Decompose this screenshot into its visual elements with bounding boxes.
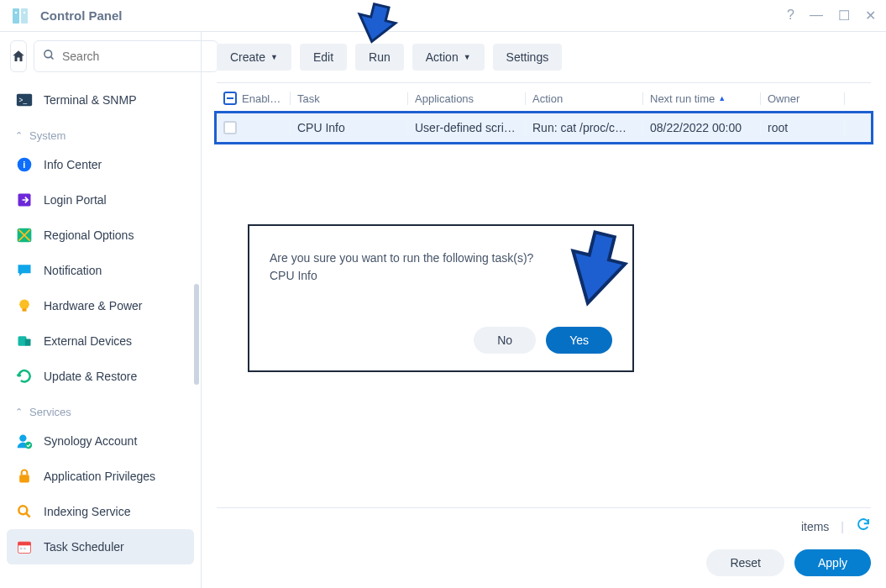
caret-down-icon: ▼ xyxy=(270,53,278,61)
info-icon: i xyxy=(15,155,34,174)
devices-icon xyxy=(15,332,34,350)
apply-button[interactable]: Apply xyxy=(794,549,871,576)
col-action[interactable]: Action xyxy=(526,92,643,105)
svg-rect-22 xyxy=(18,542,31,545)
search-input[interactable] xyxy=(62,50,209,63)
cell-apps: User-defined scri… xyxy=(408,121,526,134)
sidebar-item-label: Login Portal xyxy=(44,193,107,207)
svg-rect-15 xyxy=(25,339,31,346)
svg-text:>_: >_ xyxy=(19,97,28,104)
col-apps[interactable]: Applications xyxy=(408,92,526,105)
sidebar-item-regional[interactable]: Regional Options xyxy=(7,218,194,253)
sidebar-item-notification[interactable]: Notification xyxy=(7,253,194,288)
sidebar-item-terminal[interactable]: >_ Terminal & SNMP xyxy=(7,82,194,118)
col-enabled[interactable]: Enabl… xyxy=(217,92,291,105)
titlebar: Control Panel ? — ☐ ✕ xyxy=(0,0,886,32)
cell-owner: root xyxy=(761,121,845,134)
dialog-yes-button[interactable]: Yes xyxy=(546,327,612,354)
search-icon xyxy=(43,49,55,64)
terminal-icon: >_ xyxy=(15,91,34,109)
sidebar-item-info-center[interactable]: i Info Center xyxy=(7,147,194,182)
col-next-run[interactable]: Next run time▲ xyxy=(643,92,761,105)
search-service-icon xyxy=(15,502,34,521)
confirm-dialog: Are you sure you want to run the followi… xyxy=(248,224,634,372)
login-portal-icon xyxy=(15,191,34,209)
account-icon xyxy=(15,432,34,450)
sidebar-item-label: Hardware & Power xyxy=(44,299,143,312)
globe-icon xyxy=(15,226,34,244)
table-row[interactable]: CPU Info User-defined scri… Run: cat /pr… xyxy=(217,113,871,142)
svg-line-20 xyxy=(26,513,30,517)
action-bar: Reset Apply xyxy=(217,549,871,576)
toolbar: Create▼ Edit Run Action▼ Settings xyxy=(217,44,871,71)
sidebar-item-update-restore[interactable]: Update & Restore xyxy=(7,359,194,394)
svg-point-2 xyxy=(15,11,18,13)
dialog-detail: CPU Info xyxy=(270,267,612,285)
sidebar-item-label: Indexing Service xyxy=(44,505,131,518)
sidebar-item-label: Regional Options xyxy=(44,228,134,242)
sidebar-item-label: Update & Restore xyxy=(44,370,137,383)
svg-rect-18 xyxy=(19,475,29,482)
refresh-icon xyxy=(15,367,34,386)
sidebar-item-task-scheduler[interactable]: Task Scheduler xyxy=(7,529,194,564)
sidebar-group-system[interactable]: ⌃ System xyxy=(7,118,194,147)
col-task[interactable]: Task xyxy=(291,92,408,105)
dialog-no-button[interactable]: No xyxy=(474,327,536,354)
svg-rect-0 xyxy=(13,8,19,24)
svg-point-12 xyxy=(19,300,29,310)
svg-rect-24 xyxy=(24,548,26,550)
minimize-icon[interactable]: — xyxy=(810,8,823,24)
maximize-icon[interactable]: ☐ xyxy=(838,8,850,24)
home-button[interactable] xyxy=(10,40,27,72)
dialog-message: Are you sure you want to run the followi… xyxy=(270,249,612,267)
sidebar: >_ Terminal & SNMP ⌃ System i Info Cente… xyxy=(0,32,202,588)
table-footer: items | xyxy=(217,507,871,536)
svg-point-4 xyxy=(45,50,52,58)
reset-button[interactable]: Reset xyxy=(706,549,784,576)
edit-button[interactable]: Edit xyxy=(300,44,347,71)
sidebar-item-app-privileges[interactable]: Application Privileges xyxy=(7,459,194,494)
cell-next: 08/22/2022 00:00 xyxy=(643,121,761,134)
items-label: items xyxy=(801,520,829,533)
app-icon xyxy=(10,6,30,26)
svg-point-3 xyxy=(24,11,26,13)
sidebar-item-label: Info Center xyxy=(44,158,102,171)
sidebar-item-synology-account[interactable]: Synology Account xyxy=(7,423,194,459)
header-checkbox[interactable] xyxy=(223,92,237,105)
sidebar-item-login-portal[interactable]: Login Portal xyxy=(7,182,194,218)
chevron-up-icon: ⌃ xyxy=(15,130,23,141)
row-checkbox[interactable] xyxy=(223,121,237,134)
chevron-up-icon: ⌃ xyxy=(15,407,23,417)
bulb-icon xyxy=(15,297,34,315)
cell-action: Run: cat /proc/c… xyxy=(526,121,643,134)
svg-text:i: i xyxy=(23,160,25,170)
sidebar-item-label: Synology Account xyxy=(44,434,137,448)
svg-point-16 xyxy=(19,435,26,442)
help-icon[interactable]: ? xyxy=(787,8,794,24)
sidebar-item-hardware-power[interactable]: Hardware & Power xyxy=(7,288,194,323)
scrollbar-thumb[interactable] xyxy=(194,284,199,385)
chat-icon xyxy=(15,261,34,280)
run-button[interactable]: Run xyxy=(355,44,404,71)
sidebar-item-indexing[interactable]: Indexing Service xyxy=(7,494,194,529)
settings-button[interactable]: Settings xyxy=(493,44,563,71)
caret-down-icon: ▼ xyxy=(464,53,471,61)
create-button[interactable]: Create▼ xyxy=(217,44,291,71)
sidebar-group-services[interactable]: ⌃ Services xyxy=(7,394,194,423)
sidebar-item-external-devices[interactable]: External Devices xyxy=(7,323,194,359)
search-field-wrap[interactable] xyxy=(34,40,218,72)
action-button[interactable]: Action▼ xyxy=(412,44,485,71)
sidebar-item-label: Task Scheduler xyxy=(44,540,124,554)
window-title: Control Panel xyxy=(40,8,123,23)
calendar-icon xyxy=(15,538,34,556)
cell-task: CPU Info xyxy=(291,121,408,134)
table-header: Enabl… Task Applications Action Next run… xyxy=(217,83,871,113)
col-owner[interactable]: Owner xyxy=(761,92,845,105)
refresh-button[interactable] xyxy=(856,517,871,536)
svg-line-5 xyxy=(50,56,53,59)
close-icon[interactable]: ✕ xyxy=(865,8,876,24)
svg-rect-23 xyxy=(20,548,23,550)
svg-point-17 xyxy=(25,442,32,449)
lock-icon xyxy=(15,467,34,486)
sidebar-item-label: External Devices xyxy=(44,334,132,348)
